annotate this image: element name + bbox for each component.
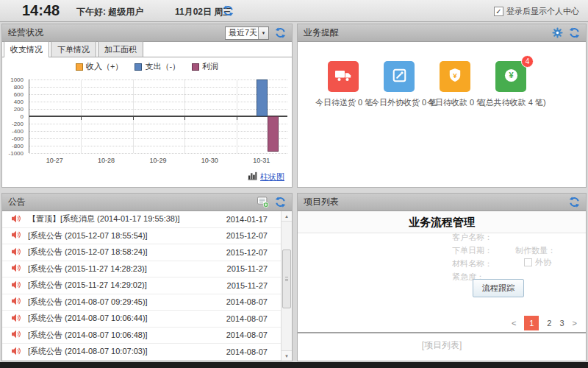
gridline bbox=[29, 87, 287, 88]
gridline bbox=[29, 131, 287, 132]
y-tick-label: -200 bbox=[12, 121, 24, 127]
business-status-panel: 经营状况 最近7天 ▼ 收支情况下单情况加工面积 收入（+）支出（-）利润 -1… bbox=[1, 24, 293, 188]
refresh-icon[interactable] bbox=[275, 27, 286, 38]
announcement-row[interactable]: [系统公告 (2014-08-07 10:08:22)]2014-08-07 bbox=[2, 361, 281, 361]
projects-panel: 项目列表 业务流程管理 客户名称： 下单日期： 制作数量： 材料名称： 外协 紧… bbox=[297, 193, 587, 361]
legend-swatch bbox=[192, 63, 199, 71]
edit-tile[interactable] bbox=[384, 61, 415, 92]
announcements-panel: 公告 【置顶】[系统消息 (2014-01-17 19:55:38)]2014-… bbox=[1, 193, 293, 361]
refresh-icon[interactable] bbox=[275, 197, 286, 208]
scrollbar[interactable]: ▲ ▼ bbox=[281, 211, 292, 361]
x-tick-label: 10-28 bbox=[80, 157, 132, 164]
panel-title: 经营状况 bbox=[8, 26, 43, 39]
chart-plot bbox=[29, 79, 287, 153]
scroll-up-icon[interactable]: ▲ bbox=[282, 211, 292, 222]
window-bottom-edge bbox=[0, 362, 588, 368]
pagination: <123> bbox=[512, 316, 577, 330]
announcement-row[interactable]: [系统公告 (2015-12-07 18:58:24)]2015-12-07 bbox=[2, 244, 281, 261]
truck-icon bbox=[334, 68, 352, 85]
customer-name-label: 客户名称： bbox=[452, 232, 492, 243]
gridline bbox=[29, 102, 287, 102]
refresh-icon[interactable] bbox=[569, 27, 580, 38]
reminder-item[interactable]: ¥今日待收款 0 笔 bbox=[427, 61, 483, 108]
projects-header: 项目列表 bbox=[298, 194, 586, 211]
announcement-row[interactable]: 【置顶】[系统消息 (2014-01-17 19:55:38)]2014-01-… bbox=[2, 211, 281, 228]
announcement-date: 2014-08-07 bbox=[226, 347, 268, 356]
reminders-header: 业务提醒 bbox=[298, 24, 586, 42]
gridline bbox=[29, 138, 287, 139]
speaker-icon bbox=[11, 314, 21, 324]
scroll-down-icon[interactable]: ▼ bbox=[282, 350, 292, 361]
y-tick-label: 600 bbox=[14, 91, 24, 98]
announcement-row[interactable]: [系统公告 (2014-08-07 10:07:03)]2014-08-07 bbox=[2, 344, 281, 361]
yen-circle-tile[interactable]: ¥4 bbox=[495, 61, 526, 92]
speaker-icon bbox=[11, 263, 21, 274]
announcement-row[interactable]: [系统公告 (2014-08-07 09:29:45)]2014-08-07 bbox=[2, 294, 281, 311]
greeting-text: 下午好: 超级用户 bbox=[76, 6, 143, 18]
announcement-date: 2015-11-27 bbox=[227, 281, 268, 290]
yen-shield-tile[interactable]: ¥ bbox=[440, 61, 470, 92]
announcement-row[interactable]: [系统公告 (2015-11-27 14:28:23)]2015-11-27 bbox=[2, 261, 281, 278]
y-tick-label: -600 bbox=[12, 135, 24, 142]
material-name-label: 材料名称： bbox=[452, 258, 492, 269]
tab-1[interactable]: 收支情况 bbox=[4, 41, 49, 57]
add-announcement-icon[interactable] bbox=[257, 197, 269, 208]
business-status-header: 经营状况 最近7天 ▼ bbox=[2, 24, 292, 42]
page-1[interactable]: 1 bbox=[524, 316, 539, 330]
process-track-button[interactable]: 流程跟踪 bbox=[473, 279, 524, 297]
yen-shield-icon: ¥ bbox=[448, 68, 462, 85]
speaker-icon bbox=[11, 214, 21, 224]
outsource-checkbox[interactable] bbox=[524, 258, 532, 266]
refresh-icon[interactable] bbox=[223, 5, 234, 19]
gridline bbox=[29, 94, 287, 95]
bar-chart-link[interactable]: 柱状图 bbox=[260, 171, 284, 183]
announcement-row[interactable]: [系统公告 (2014-08-07 10:06:44)]2014-08-07 bbox=[2, 311, 281, 328]
y-tick-label: 400 bbox=[14, 99, 24, 105]
chevron-down-icon: ▼ bbox=[258, 27, 268, 39]
speaker-icon bbox=[11, 247, 21, 258]
personal-center-label: 登录后显示个人中心 bbox=[506, 6, 579, 17]
refresh-icon[interactable] bbox=[569, 197, 580, 208]
chart-x-axis: 10-2710-2810-2910-3010-31 bbox=[29, 157, 287, 166]
y-tick-label: -400 bbox=[12, 128, 24, 135]
gridline bbox=[29, 153, 287, 154]
next-page-button[interactable]: > bbox=[573, 319, 577, 328]
speaker-icon bbox=[11, 297, 21, 307]
axis-tick bbox=[133, 117, 134, 120]
announcement-text: [系统公告 (2014-08-07 10:07:03)] bbox=[28, 346, 148, 357]
reminder-item[interactable]: 今日待送货 0 笔 bbox=[315, 61, 371, 108]
announcement-text: [系统公告 (2014-08-07 10:06:48)] bbox=[28, 330, 148, 341]
dashboard: 14:48 下午好: 超级用户 11月02日 周三 ✓ 登录后显示个人中心 经营… bbox=[0, 0, 588, 368]
tab-3[interactable]: 加工面积 bbox=[98, 41, 143, 57]
announcement-text: [系统公告 (2015-11-27 14:28:23)] bbox=[28, 263, 147, 275]
truck-tile[interactable] bbox=[328, 61, 359, 92]
announcement-date: 2015-12-07 bbox=[226, 248, 268, 257]
gear-icon[interactable] bbox=[552, 27, 563, 38]
announcement-date: 2015-11-27 bbox=[227, 264, 268, 273]
date-range-value: 最近7天 bbox=[229, 27, 257, 38]
y-tick-label: 0 bbox=[21, 113, 24, 120]
legend-label: 支出（-） bbox=[145, 61, 180, 72]
speaker-icon bbox=[11, 347, 21, 357]
announcement-row[interactable]: [系统公告 (2015-12-07 18:55:54)]2015-12-07 bbox=[2, 228, 281, 245]
announcement-row[interactable]: [系统公告 (2015-11-27 14:29:02)]2015-11-27 bbox=[2, 277, 281, 294]
reminder-item[interactable]: ¥4(总共待收款 4 笔) bbox=[483, 61, 539, 108]
chart-y-axis: -1000-800-600-400-20002004006008001000 bbox=[2, 79, 26, 153]
announcement-row[interactable]: [系统公告 (2014-08-07 10:06:48)]2014-08-07 bbox=[2, 328, 281, 344]
x-tick-label: 10-30 bbox=[184, 157, 235, 164]
tab-2[interactable]: 下单情况 bbox=[51, 41, 96, 57]
chart-legend: 收入（+）支出（-）利润 bbox=[2, 61, 292, 72]
panel-title: 公告 bbox=[8, 196, 26, 208]
announcement-text: [系统公告 (2014-08-07 10:06:44)] bbox=[28, 313, 148, 324]
date-range-select[interactable]: 最近7天 ▼ bbox=[225, 26, 269, 40]
prev-page-button[interactable]: < bbox=[512, 319, 516, 328]
page-2[interactable]: 2 bbox=[547, 319, 551, 328]
reminder-item[interactable]: 今日外协收货 0 笔 bbox=[371, 61, 427, 108]
personal-center-checkbox[interactable]: ✓ bbox=[494, 7, 503, 16]
page-3[interactable]: 3 bbox=[559, 319, 564, 328]
y-tick-label: 800 bbox=[14, 84, 24, 91]
divider bbox=[298, 332, 586, 333]
scrollbar-thumb[interactable] bbox=[282, 250, 291, 308]
legend-item: 支出（-） bbox=[135, 61, 180, 72]
speaker-icon bbox=[11, 230, 21, 241]
